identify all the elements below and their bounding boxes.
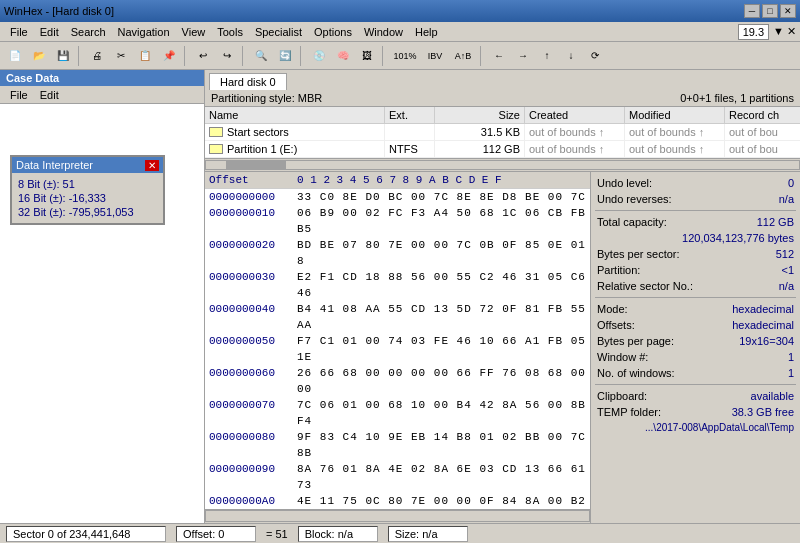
info-div-3 <box>595 384 796 385</box>
toolbar-sep-5 <box>382 46 386 66</box>
hex-row-2[interactable]: 0000000020 BD BE 07 80 7E 00 00 7C 0B 0F… <box>205 237 590 269</box>
save-button[interactable]: 💾 <box>52 45 74 67</box>
menu-edit[interactable]: Edit <box>34 24 65 40</box>
print-button[interactable]: 🖨 <box>86 45 108 67</box>
nav-down-button[interactable]: ↓ <box>560 45 582 67</box>
menu-specialist[interactable]: Specialist <box>249 24 308 40</box>
toolbar-sep-2 <box>184 46 188 66</box>
tab-hard-disk-0[interactable]: Hard disk 0 <box>209 73 287 90</box>
arrow-right-button[interactable]: → <box>512 45 534 67</box>
partition-scrollbar-thumb[interactable] <box>226 161 286 169</box>
nav-up-button[interactable]: ↑ <box>536 45 558 67</box>
hex-view: Offset 0 1 2 3 4 5 6 7 8 9 A B C D E F 0… <box>205 172 590 523</box>
col-created: Created <box>525 107 625 123</box>
menu-window[interactable]: Window <box>358 24 409 40</box>
hex-row-5[interactable]: 0000000050 F7 C1 01 00 74 03 FE 46 10 66… <box>205 333 590 365</box>
menu-options[interactable]: Options <box>308 24 358 40</box>
disk-button[interactable]: 💿 <box>308 45 330 67</box>
menu-tools[interactable]: Tools <box>211 24 249 40</box>
image-button[interactable]: 🖼 <box>356 45 378 67</box>
hex-row-7[interactable]: 0000000070 7C 06 01 00 68 10 00 B4 42 8A… <box>205 397 590 429</box>
mode-label: Mode: <box>597 303 628 315</box>
redo-button[interactable]: ↪ <box>216 45 238 67</box>
partition1-record: out of bou <box>725 141 800 157</box>
toolbar-extra: ▼ ✕ <box>773 25 796 38</box>
undo-button[interactable]: ↩ <box>192 45 214 67</box>
lower-section: Offset 0 1 2 3 4 5 6 7 8 9 A B C D E F 0… <box>205 172 800 523</box>
toolbar-btn-a[interactable]: IBV <box>422 45 448 67</box>
info-div-2 <box>595 297 796 298</box>
hex-row-4[interactable]: 0000000040 B4 41 08 AA 55 CD 13 5D 72 0F… <box>205 301 590 333</box>
temp-path-value: ...\2017-008\AppData\Local\Temp <box>597 422 794 433</box>
partition1-modified: out of bounds ↑ <box>625 141 725 157</box>
close-button[interactable]: ✕ <box>780 4 796 18</box>
maximize-button[interactable]: □ <box>762 4 778 18</box>
relative-sector-row: Relative sector No.: n/a <box>595 279 796 293</box>
toolbar-btn-b[interactable]: A↑B <box>450 45 476 67</box>
case-file-menu[interactable]: File <box>4 87 34 103</box>
undo-level-row: Undo level: 0 <box>595 176 796 190</box>
di-header: Data Interpreter ✕ <box>12 157 163 173</box>
status-bar: Sector 0 of 234,441,648 Offset: 0 = 51 B… <box>0 523 800 543</box>
new-button[interactable]: 📄 <box>4 45 26 67</box>
memory-button[interactable]: 🧠 <box>332 45 354 67</box>
info-div-1 <box>595 210 796 211</box>
hex-hscroll[interactable] <box>205 509 590 523</box>
temp-folder-value: 38.3 GB free <box>732 406 794 418</box>
menu-view[interactable]: View <box>176 24 212 40</box>
hex-row-8[interactable]: 0000000080 9F 83 C4 10 9E EB 14 B8 01 02… <box>205 429 590 461</box>
status-size: Size: n/a <box>388 526 468 542</box>
toolbar-sep-1 <box>78 46 82 66</box>
cut-button[interactable]: ✂ <box>110 45 132 67</box>
search-button[interactable]: 🔍 <box>250 45 272 67</box>
partition1-icon <box>209 144 223 154</box>
partition-style-bar: Partitioning style: MBR 0+0+1 files, 1 p… <box>205 90 800 107</box>
mode-row: Mode: hexadecimal <box>595 302 796 316</box>
arrow-left-button[interactable]: ← <box>488 45 510 67</box>
temp-folder-label: TEMP folder: <box>597 406 661 418</box>
menu-help[interactable]: Help <box>409 24 444 40</box>
hex-row-a0[interactable]: 00000000A0 4E 11 75 0C 80 7E 00 00 0F 84… <box>205 493 590 509</box>
menu-search[interactable]: Search <box>65 24 112 40</box>
partition-scroll-area <box>205 158 800 172</box>
hex-row-3[interactable]: 0000000030 E2 F1 CD 18 88 56 00 55 C2 46… <box>205 269 590 301</box>
undo-level-value: 0 <box>788 177 794 189</box>
clipboard-label: Clipboard: <box>597 390 647 402</box>
partition1-name: Partition 1 (E:) <box>205 141 385 157</box>
hex-row-1[interactable]: 0000000010 06 B9 00 02 FC F3 A4 50 68 1C… <box>205 205 590 237</box>
di-close-button[interactable]: ✕ <box>145 160 159 171</box>
offsets-row: Offsets: hexadecimal <box>595 318 796 332</box>
hex-row-0[interactable]: 0000000000 33 C0 8E D0 BC 00 7C 8E 8E D8… <box>205 189 590 205</box>
undo-level-label: Undo level: <box>597 177 652 189</box>
di-16bit: 16 Bit (±): -16,333 <box>16 191 159 205</box>
copy-button[interactable]: 📋 <box>134 45 156 67</box>
partition-scrollbar[interactable] <box>205 160 800 170</box>
menu-navigation[interactable]: Navigation <box>112 24 176 40</box>
partition-row-start[interactable]: Start sectors 31.5 KB out of bounds ↑ ou… <box>205 124 800 141</box>
hex-row-9[interactable]: 0000000090 8A 76 01 8A 4E 02 8A 6E 03 CD… <box>205 461 590 493</box>
case-edit-menu[interactable]: Edit <box>34 87 65 103</box>
di-8bit: 8 Bit (±): 51 <box>16 177 159 191</box>
total-bytes-row: 120,034,123,776 bytes <box>595 231 796 245</box>
paste-button[interactable]: 📌 <box>158 45 180 67</box>
info-panel: Undo level: 0 Undo reverses: n/a Total c… <box>590 172 800 523</box>
start-sectors-name: Start sectors <box>205 124 385 140</box>
col-name: Name <box>205 107 385 123</box>
refresh-button[interactable]: ⟳ <box>584 45 606 67</box>
replace-button[interactable]: 🔄 <box>274 45 296 67</box>
relative-sector-label: Relative sector No.: <box>597 280 693 292</box>
minimize-button[interactable]: ─ <box>744 4 760 18</box>
hex-row-6[interactable]: 0000000060 26 66 68 00 00 00 00 66 FF 76… <box>205 365 590 397</box>
hex-hscroll-bar[interactable] <box>205 510 590 522</box>
toolbar-sep-4 <box>300 46 304 66</box>
main-toolbar: 📄 📂 💾 🖨 ✂ 📋 📌 ↩ ↪ 🔍 🔄 💿 🧠 🖼 101% IBV A↑B… <box>0 42 800 70</box>
undo-reverses-value: n/a <box>779 193 794 205</box>
relative-sector-value: n/a <box>779 280 794 292</box>
partition-row-1[interactable]: Partition 1 (E:) NTFS 112 GB out of boun… <box>205 141 800 158</box>
101pct-button[interactable]: 101% <box>390 45 420 67</box>
start-sectors-size: 31.5 KB <box>435 124 525 140</box>
menu-file[interactable]: File <box>4 24 34 40</box>
open-button[interactable]: 📂 <box>28 45 50 67</box>
main-layout: Case Data File Edit Data Interpreter ✕ 8… <box>0 70 800 523</box>
version-display: 19.3 <box>738 24 769 40</box>
